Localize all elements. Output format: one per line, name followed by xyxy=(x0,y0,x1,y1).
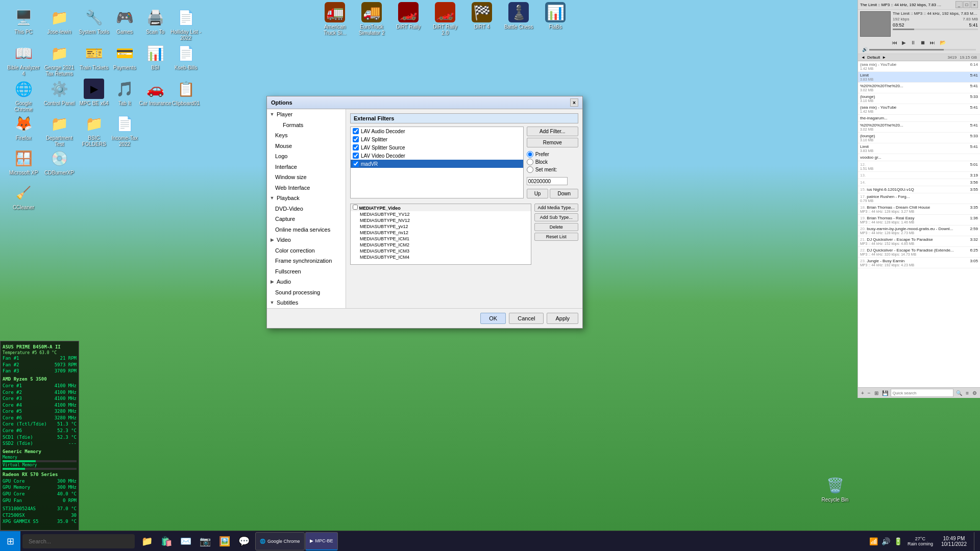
desktop-icon-income-tax[interactable]: 📄 Income-Tax 2022 xyxy=(106,111,143,149)
tree-item-playback[interactable]: ▼ Playback xyxy=(267,193,346,204)
desktop-icon-this-pc[interactable]: 🖥️ This PC xyxy=(5,5,42,37)
filters-list[interactable]: LAV Audio Decoder LAV Splitter LAV Split… xyxy=(350,127,524,198)
tree-item-dvd-video[interactable]: DVD-Video xyxy=(267,204,346,214)
tree-item-web-interface[interactable]: Web Interface xyxy=(267,183,346,193)
media-type-icm2[interactable]: MEDIASUBTYPE_ICM2 xyxy=(351,242,531,248)
aimp-list-item[interactable]: 19. Brian Thomas - Real Easy 1:36 MP3 ::… xyxy=(858,215,980,226)
tree-item-keys[interactable]: Keys xyxy=(267,130,346,141)
aimp-maximize-btn[interactable]: □ xyxy=(963,1,970,8)
aimp-list-item[interactable]: 22. DJ Quicksilver - Escape To Paradise … xyxy=(858,247,980,258)
desktop-icon-dirt-rally[interactable]: 🏎️ DiRT Rally xyxy=(390,0,427,38)
desktop-icon-dirt4[interactable]: 🏁 DiRT 4 xyxy=(463,0,500,38)
aimp-open-btn[interactable]: 📂 xyxy=(938,39,947,46)
down-btn[interactable]: Down xyxy=(550,189,578,198)
desktop-icon-holiday-list[interactable]: 📄 Holliday List - 2022 xyxy=(167,5,204,43)
aimp-list-item[interactable]: (lounge) 5:33 3.10 MB xyxy=(858,133,980,143)
aimp-list-item[interactable]: 14. 3:56 xyxy=(858,179,980,186)
tray-icon-battery[interactable]: 🔋 xyxy=(893,536,903,546)
filter-item-lav-splitter-source[interactable]: LAV Splitter Source xyxy=(351,143,523,152)
aimp-list-item[interactable]: the-inagarum... xyxy=(858,115,980,122)
aimp-list-item[interactable]: 20. busy-earnin-by-jungle-mood-gratis.eu… xyxy=(858,226,980,236)
ok-btn[interactable]: OK xyxy=(480,313,506,324)
media-type-header[interactable]: MEDIATYPE_Video xyxy=(351,204,531,211)
taskbar-icon-camera[interactable]: 📷 xyxy=(196,532,214,550)
aimp-list-item[interactable]: (lounge) 5:33 3.10 MB xyxy=(858,93,980,104)
media-type-yv12-2[interactable]: MEDIASUBTYPE_yv12 xyxy=(351,223,531,230)
filter-checkbox-lav-audio[interactable] xyxy=(353,128,359,134)
aimp-playlist-nav-prev[interactable]: ◄ xyxy=(861,55,865,60)
media-type-icm3[interactable]: MEDIASUBTYPE_ICM3 xyxy=(351,248,531,254)
filter-checkbox-lav-video-decoder[interactable] xyxy=(353,153,359,159)
options-dialog[interactable]: Options × ▼ Player Formats Keys Mouse Lo… xyxy=(266,96,583,329)
desktop-icon-control-panel[interactable]: ⚙️ Control Panel xyxy=(41,77,78,109)
taskbar-icon-explorer[interactable]: 📁 xyxy=(138,532,156,550)
tree-item-mouse[interactable]: Mouse xyxy=(267,141,346,152)
radio-set-merit-input[interactable] xyxy=(527,166,533,173)
media-type-list[interactable]: MEDIATYPE_Video MEDIASUBTYPE_YV12 MEDIAS… xyxy=(350,204,531,265)
aimp-footer-add-btn[interactable]: + xyxy=(860,390,865,396)
remove-filter-btn[interactable]: Remove xyxy=(527,138,578,147)
up-btn[interactable]: Up xyxy=(527,189,549,198)
aimp-search-btn[interactable]: 🔍 xyxy=(955,390,963,396)
desktop-icon-cdburner[interactable]: 💿 CDBurnerXP xyxy=(41,146,78,178)
aimp-settings-btn[interactable]: ⚙ xyxy=(971,390,978,396)
taskbar-search-input[interactable] xyxy=(22,534,135,548)
aimp-playlist[interactable]: (sea mix) - YouTube 6:14 1.42 MB Limit 5… xyxy=(858,61,980,387)
filter-checkbox-madvr[interactable] xyxy=(353,161,359,167)
tree-item-online-media[interactable]: Online media services xyxy=(267,224,346,235)
tree-item-window-size[interactable]: Window size xyxy=(267,172,346,183)
tray-icon-network[interactable]: 📶 xyxy=(868,536,879,546)
tree-item-player[interactable]: ▼ Player xyxy=(267,109,346,120)
aimp-list-item[interactable]: voodoo gr... xyxy=(858,154,980,161)
desktop-icon-ccleaner[interactable]: 🧹 CCleaner xyxy=(5,181,42,213)
aimp-list-item[interactable]: (sea mix) - YouTube 5:41 1.42 MB xyxy=(858,104,980,115)
tree-item-video[interactable]: ▶ Video xyxy=(267,235,346,245)
desktop-icon-clipboard[interactable]: 📋 Clipboard01 xyxy=(167,77,204,109)
aimp-list-item[interactable]: 13. 3:19 xyxy=(858,172,980,179)
aimp-list-item[interactable]: %20%20%20The%20... 5:41 3.02 MB xyxy=(858,122,980,133)
desktop-icon-microsoft-xp[interactable]: 🪟 Microsoft XP xyxy=(5,146,42,178)
aimp-footer-save-btn[interactable]: 💾 xyxy=(881,390,889,396)
taskbar-app-chrome[interactable]: 🌐 Google Chrome xyxy=(255,532,305,550)
aimp-list-item[interactable]: 12. 5:01 1.51 MB xyxy=(858,161,980,172)
aimp-list-item[interactable]: 18. Brian Thomas - Dream Chill House 3:3… xyxy=(858,204,980,215)
aimp-progress-bar[interactable] xyxy=(893,29,978,30)
desktop-icon-battle-chess[interactable]: ♟️ Battle Chess xyxy=(500,0,537,38)
media-type-nv12-2[interactable]: MEDIASUBTYPE_nv12 xyxy=(351,230,531,236)
aimp-list-item[interactable]: (sea mix) - YouTube 6:14 1.42 MB xyxy=(858,61,980,72)
tree-item-audio[interactable]: ▶ Audio xyxy=(267,277,346,287)
filter-item-lav-video-decoder[interactable]: LAV Video Decoder xyxy=(351,152,523,160)
taskbar-icon-teams[interactable]: 💬 xyxy=(235,532,253,550)
aimp-list-item[interactable]: Limit 5:41 3.83 MB xyxy=(858,72,980,83)
aimp-list-item[interactable]: Limit 5:41 3.83 MB xyxy=(858,143,980,154)
taskbar-icon-mail[interactable]: ✉️ xyxy=(177,532,195,550)
delete-media-type-btn[interactable]: Delete xyxy=(534,223,578,231)
desktop-icon-dirt-rally-2[interactable]: 🏎️ DiRT Rally 2.0 xyxy=(427,0,463,38)
media-type-icm1[interactable]: MEDIASUBTYPE_ICM1 xyxy=(351,236,531,242)
desktop-icon-flabs[interactable]: 📊 FlaBs xyxy=(537,0,574,38)
taskbar-clock[interactable]: 10:49 PM 10/11/2022 xyxy=(937,536,971,547)
aimp-eq-btn[interactable]: ≡ xyxy=(965,390,970,396)
aimp-footer-sort-btn[interactable]: ⊞ xyxy=(873,390,879,396)
aimp-list-item[interactable]: 17. patrice Rushen - Forg... 0.79 MB xyxy=(858,193,980,204)
apply-btn[interactable]: Apply xyxy=(547,313,578,324)
taskbar-icon-photos[interactable]: 🖼️ xyxy=(215,532,234,550)
desktop-icon-euro-truck[interactable]: 🚚 EuroTruck Simulator 2 xyxy=(353,0,390,38)
filter-checkbox-lav-splitter[interactable] xyxy=(353,136,359,142)
aimp-list-item[interactable]: 21. DJ Quicksilver - Escape To Paradise … xyxy=(858,236,980,247)
tree-item-rendering[interactable]: Rendering xyxy=(267,308,346,309)
desktop-icon-firefox[interactable]: 🦊 Firefox xyxy=(5,111,42,143)
reset-list-btn[interactable]: Reset List xyxy=(534,233,578,241)
cancel-btn[interactable]: Cancel xyxy=(509,313,544,324)
options-dialog-close-btn[interactable]: × xyxy=(570,98,578,107)
radio-block[interactable]: Block xyxy=(527,159,578,165)
media-type-nv12-1[interactable]: MEDIASUBTYPE_NV12 xyxy=(351,217,531,223)
aimp-volume-bar[interactable] xyxy=(869,49,976,51)
aimp-footer-remove-btn[interactable]: − xyxy=(867,390,872,396)
media-type-yv12-1[interactable]: MEDIASUBTYPE_YV12 xyxy=(351,211,531,217)
radio-prefer-input[interactable] xyxy=(527,151,533,158)
show-desktop-btn[interactable] xyxy=(974,532,976,550)
merit-value-input[interactable] xyxy=(527,177,568,185)
aimp-prev-btn[interactable]: ⏮ xyxy=(891,39,899,46)
tree-item-fullscreen[interactable]: Fullscreen xyxy=(267,266,346,277)
